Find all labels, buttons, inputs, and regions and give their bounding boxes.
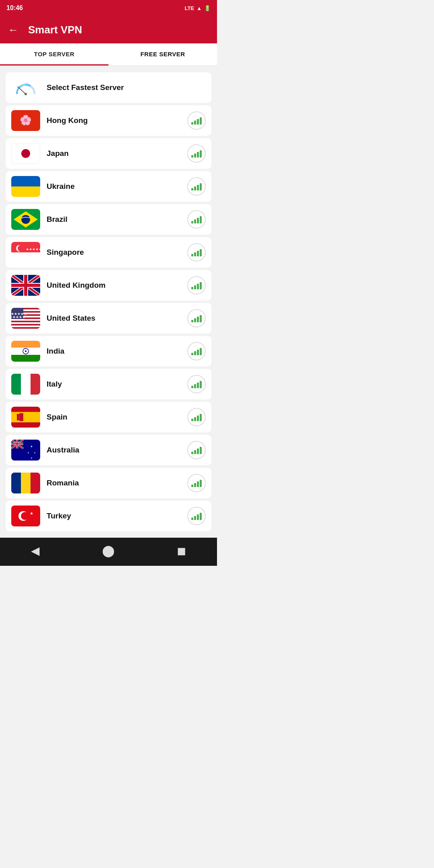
tab-top-server[interactable]: TOP SERVER xyxy=(0,43,108,66)
svg-text:✦: ✦ xyxy=(31,457,33,459)
svg-rect-30 xyxy=(11,322,40,324)
flag-in xyxy=(11,341,40,362)
server-item-sg[interactable]: ✦✦✦✦✦ Singapore xyxy=(6,237,211,268)
svg-rect-63 xyxy=(31,473,40,493)
network-indicator: LTE xyxy=(185,5,194,11)
flag-es xyxy=(11,407,40,428)
server-name-in: India xyxy=(47,347,181,356)
signal-badge-br xyxy=(187,210,206,229)
speedometer-icon xyxy=(11,77,40,98)
svg-point-5 xyxy=(21,149,30,158)
svg-text:✦: ✦ xyxy=(34,452,36,454)
svg-rect-44 xyxy=(11,412,40,422)
nav-bar: ◀ ⬤ ◼ xyxy=(0,538,217,566)
flag-us: ★★★★★★ ★★★★★ xyxy=(11,308,40,329)
server-item-in[interactable]: India xyxy=(6,336,211,366)
svg-rect-7 xyxy=(11,186,40,197)
svg-rect-6 xyxy=(11,176,40,186)
flag-au: ✦ ✦ ✦ ✦ xyxy=(11,440,40,461)
signal-badge-ua xyxy=(187,177,206,196)
svg-point-39 xyxy=(25,350,27,352)
status-bar: 10:46 LTE ▲ 🔋 xyxy=(0,0,217,16)
svg-text:✦: ✦ xyxy=(27,452,29,454)
svg-point-14 xyxy=(18,245,24,252)
flag-hk: 🌸 xyxy=(11,110,40,131)
svg-rect-42 xyxy=(31,374,40,395)
server-item-br[interactable]: Brazil xyxy=(6,204,211,235)
tab-bar: TOP SERVER FREE SERVER xyxy=(0,43,217,66)
back-button[interactable]: ← xyxy=(8,24,18,36)
server-item-ua[interactable]: Ukraine xyxy=(6,171,211,202)
svg-text:✦✦✦✦✦: ✦✦✦✦✦ xyxy=(26,247,40,252)
flag-it xyxy=(11,374,40,395)
server-name-sg: Singapore xyxy=(47,248,181,257)
server-name-ua: Ukraine xyxy=(47,182,181,191)
signal-badge-jp xyxy=(187,144,206,163)
svg-point-1 xyxy=(25,93,27,95)
app-bar: ← Smart VPN xyxy=(0,16,217,43)
signal-icon: ▲ xyxy=(197,5,202,11)
flag-jp xyxy=(11,143,40,164)
status-indicators: LTE ▲ 🔋 xyxy=(185,5,211,11)
flag-sg: ✦✦✦✦✦ xyxy=(11,242,40,263)
signal-badge-tr xyxy=(187,507,206,525)
nav-recents-button[interactable]: ◼ xyxy=(177,544,186,557)
svg-rect-41 xyxy=(21,374,31,395)
server-item-au[interactable]: ✦ ✦ ✦ ✦ Australia xyxy=(6,435,211,465)
svg-text:🌸: 🌸 xyxy=(20,114,32,126)
server-name-au: Australia xyxy=(47,446,181,454)
status-time: 10:46 xyxy=(6,4,23,12)
svg-text:★: ★ xyxy=(30,511,33,516)
server-name-tr: Turkey xyxy=(47,512,181,520)
server-name-hk: Hong Kong xyxy=(47,116,181,125)
svg-rect-12 xyxy=(11,252,40,263)
server-name-jp: Japan xyxy=(47,149,181,158)
server-item-es[interactable]: Spain xyxy=(6,402,211,432)
svg-text:★★★★★: ★★★★★ xyxy=(11,315,25,319)
svg-rect-29 xyxy=(11,319,40,321)
app-title: Smart VPN xyxy=(28,24,82,36)
server-item-us[interactable]: ★★★★★★ ★★★★★ United States xyxy=(6,303,211,334)
server-item-jp[interactable]: Japan xyxy=(6,138,211,169)
svg-text:✦: ✦ xyxy=(30,445,33,448)
svg-point-10 xyxy=(21,215,30,224)
signal-badge-ro xyxy=(187,474,206,492)
flag-tr: ★ xyxy=(11,506,40,526)
svg-rect-46 xyxy=(19,413,23,421)
server-name-it: Italy xyxy=(47,380,181,389)
flag-br xyxy=(11,209,40,230)
server-item-uk[interactable]: United Kingdom xyxy=(6,270,211,301)
server-item-ro[interactable]: Romania xyxy=(6,468,211,498)
svg-rect-35 xyxy=(11,341,40,348)
server-list: Select Fastest Server 🌸 Hong Kong xyxy=(0,66,217,538)
svg-rect-24 xyxy=(24,275,27,296)
server-item-it[interactable]: Italy xyxy=(6,369,211,399)
svg-line-0 xyxy=(18,87,26,94)
svg-rect-62 xyxy=(21,473,31,493)
signal-badge-au xyxy=(187,441,206,459)
signal-badge-it xyxy=(187,375,206,393)
server-item-fastest[interactable]: Select Fastest Server xyxy=(6,72,211,103)
server-name-fastest: Select Fastest Server xyxy=(47,83,206,92)
flag-ua xyxy=(11,176,40,197)
signal-badge-sg xyxy=(187,243,206,262)
server-name-us: United States xyxy=(47,314,181,323)
nav-home-button[interactable]: ⬤ xyxy=(102,544,115,557)
svg-rect-56 xyxy=(16,440,18,448)
svg-rect-61 xyxy=(11,473,21,493)
signal-badge-us xyxy=(187,309,206,328)
flag-uk xyxy=(11,275,40,296)
tab-free-server[interactable]: FREE SERVER xyxy=(108,43,217,66)
svg-rect-31 xyxy=(11,326,40,327)
svg-rect-37 xyxy=(11,355,40,362)
server-item-hk[interactable]: 🌸 Hong Kong xyxy=(6,105,211,136)
signal-badge-uk xyxy=(187,276,206,295)
server-name-ro: Romania xyxy=(47,479,181,487)
signal-badge-hk xyxy=(187,111,206,130)
signal-badge-es xyxy=(187,408,206,426)
server-name-es: Spain xyxy=(47,413,181,422)
nav-back-button[interactable]: ◀ xyxy=(31,544,40,557)
flag-ro xyxy=(11,473,40,493)
signal-badge-in xyxy=(187,342,206,360)
server-item-tr[interactable]: ★ Turkey xyxy=(6,501,211,531)
